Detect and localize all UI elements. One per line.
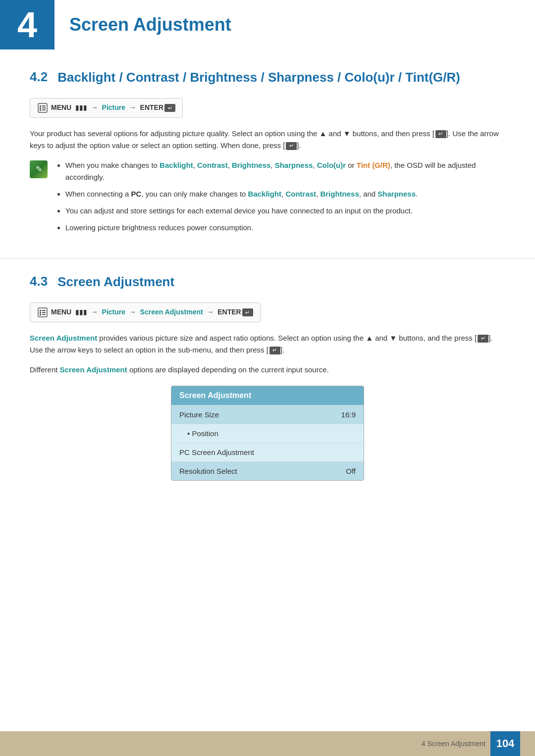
menu-icon bbox=[37, 102, 48, 113]
menu-icon-43 bbox=[37, 307, 48, 318]
menu-item-position-label: • Position bbox=[187, 429, 218, 438]
note-item-4: Lowering picture brightness reduces powe… bbox=[65, 222, 505, 234]
menu-item-picture-size-label: Picture Size bbox=[179, 410, 219, 419]
section-divider bbox=[0, 258, 535, 259]
menu-path-text-43: MENU ▮▮▮ → Picture → Screen Adjustment →… bbox=[51, 308, 253, 316]
section-43-menu-path: MENU ▮▮▮ → Picture → Screen Adjustment →… bbox=[30, 302, 261, 322]
enter-icon-43: ↵ bbox=[242, 308, 253, 316]
chapter-header: 4 Screen Adjustment bbox=[0, 0, 535, 50]
section-42-body: Your product has several options for adj… bbox=[30, 128, 505, 151]
enter-inline-1: ↵ bbox=[435, 130, 446, 138]
section-42-number: 4.2 bbox=[30, 69, 48, 85]
page-container: 4 Screen Adjustment 4.2 Backlight / Cont… bbox=[0, 0, 535, 756]
section-42-menu-path: MENU ▮▮▮ → Picture → ENTER↵ bbox=[30, 98, 183, 118]
screen-adjustment-menu: Screen Adjustment Picture Size 16:9 • Po… bbox=[171, 386, 364, 481]
svg-rect-8 bbox=[40, 310, 41, 311]
chapter-title-block: Screen Adjustment bbox=[54, 0, 246, 50]
svg-rect-5 bbox=[42, 107, 46, 108]
menu-path-text-42: MENU ▮▮▮ → Picture → ENTER↵ bbox=[51, 103, 175, 112]
section-43-number: 4.3 bbox=[30, 274, 48, 289]
enter-icon-42: ↵ bbox=[164, 104, 175, 112]
ui-menu-title: Screen Adjustment bbox=[171, 386, 364, 405]
notes-icon bbox=[30, 160, 48, 178]
section-43-body2: Different Screen Adjustment options are … bbox=[30, 364, 505, 376]
menu-item-pc-screen-label: PC Screen Adjustment bbox=[179, 448, 254, 456]
note-item-1: When you make changes to Backlight, Cont… bbox=[65, 159, 505, 183]
svg-rect-3 bbox=[40, 109, 41, 111]
menu-item-resolution-label: Resolution Select bbox=[179, 467, 237, 475]
menu-item-position[interactable]: • Position bbox=[171, 424, 364, 443]
section-43-body1: Screen Adjustment provides various pictu… bbox=[30, 332, 505, 356]
enter-inline-43b: ↵ bbox=[269, 347, 280, 354]
notes-block-42: When you make changes to Backlight, Cont… bbox=[30, 159, 505, 239]
ui-menu-container: Screen Adjustment Picture Size 16:9 • Po… bbox=[30, 386, 505, 481]
menu-item-resolution-select[interactable]: Resolution Select Off bbox=[171, 461, 364, 480]
note-item-2: When connecting a PC, you can only make … bbox=[65, 188, 505, 200]
chapter-number: 4 bbox=[0, 0, 54, 50]
section-43-title: Screen Adjustment bbox=[57, 274, 174, 291]
menu-item-resolution-value: Off bbox=[346, 467, 356, 475]
footer-page-number: 104 bbox=[490, 731, 520, 756]
menu-item-picture-size[interactable]: Picture Size 16:9 bbox=[171, 405, 364, 424]
svg-rect-6 bbox=[42, 109, 46, 110]
svg-rect-10 bbox=[40, 314, 41, 315]
section-42-title: Backlight / Contrast / Brightness / Shar… bbox=[57, 69, 460, 86]
footer-section-label: 4 Screen Adjustment bbox=[422, 740, 485, 748]
menu-item-pc-screen[interactable]: PC Screen Adjustment bbox=[171, 443, 364, 461]
notes-list-42: When you make changes to Backlight, Cont… bbox=[55, 159, 505, 239]
section-42: 4.2 Backlight / Contrast / Brightness / … bbox=[0, 69, 535, 239]
enter-inline-2: ↵ bbox=[286, 142, 297, 150]
page-footer: 4 Screen Adjustment 104 bbox=[0, 731, 535, 756]
svg-rect-12 bbox=[42, 312, 46, 313]
section-42-header: 4.2 Backlight / Contrast / Brightness / … bbox=[30, 69, 505, 86]
svg-rect-2 bbox=[40, 107, 41, 109]
svg-rect-11 bbox=[42, 310, 46, 311]
svg-rect-4 bbox=[42, 105, 46, 106]
menu-item-picture-size-value: 16:9 bbox=[341, 410, 356, 419]
svg-rect-13 bbox=[42, 314, 46, 315]
enter-inline-43a: ↵ bbox=[478, 335, 488, 343]
note-item-3: You can adjust and store settings for ea… bbox=[65, 205, 505, 217]
chapter-title: Screen Adjustment bbox=[69, 14, 231, 35]
section-43-header: 4.3 Screen Adjustment bbox=[30, 274, 505, 291]
svg-rect-1 bbox=[40, 105, 41, 107]
svg-rect-9 bbox=[40, 312, 41, 313]
section-43: 4.3 Screen Adjustment MENU ▮▮▮ → bbox=[0, 274, 535, 481]
